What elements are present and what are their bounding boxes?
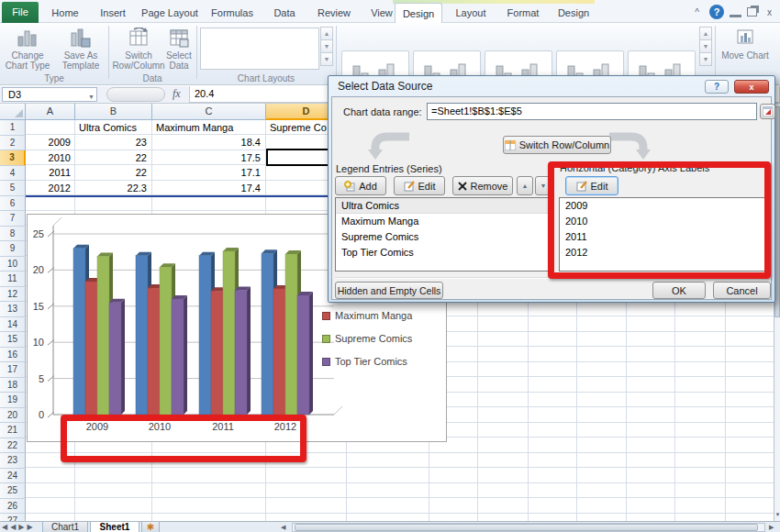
cell-C1[interactable]: Maximum Manga — [153, 121, 263, 136]
edit-series-button[interactable]: Edit — [394, 176, 445, 195]
hidden-empty-cells-button[interactable]: Hidden and Empty Cells — [335, 282, 443, 299]
legend-list-item[interactable]: Supreme Comics — [336, 229, 552, 245]
hscroll-right-icon[interactable]: ▶ — [769, 524, 774, 531]
row-header-16[interactable]: 16 — [0, 348, 26, 363]
selected-cell-d3[interactable] — [266, 149, 330, 166]
row-header-23[interactable]: 23 — [0, 453, 26, 469]
minimize-icon[interactable] — [730, 7, 741, 17]
cell-C4[interactable]: 17.1 — [153, 166, 263, 181]
move-series-up-button[interactable]: ▲ — [517, 176, 533, 195]
cell-A2[interactable]: 2009 — [27, 136, 73, 150]
ribbon-tab-layout[interactable]: Layout — [448, 3, 494, 23]
row-header-3[interactable]: 3 — [0, 150, 26, 166]
cell-D1[interactable]: Supreme Co — [267, 121, 327, 136]
row-header-9[interactable]: 9 — [0, 241, 26, 257]
legend-entries-listbox[interactable]: Ultra Comics Maximum Manga Supreme Comic… — [335, 197, 552, 272]
row-header-21[interactable]: 21 — [0, 423, 26, 438]
restore-icon[interactable] — [747, 7, 757, 17]
column-header-c[interactable]: C — [152, 104, 266, 120]
row-header-20[interactable]: 20 — [0, 408, 26, 424]
save-as-template-button[interactable]: Save As Template — [55, 25, 106, 78]
sheet-tab-sheet1[interactable]: Sheet1 — [90, 522, 139, 532]
cell-A3[interactable]: 2010 — [27, 151, 73, 166]
ribbon-tab-review[interactable]: Review — [310, 3, 358, 23]
ribbon-tab-file[interactable]: File — [2, 2, 39, 23]
nav-first-icon[interactable]: ◀ — [2, 523, 10, 531]
row-header-11[interactable]: 11 — [0, 272, 26, 287]
legend-list-item[interactable]: Ultra Comics — [336, 198, 552, 214]
row-header-18[interactable]: 18 — [0, 378, 26, 393]
column-header-b[interactable]: B — [75, 104, 152, 120]
ribbon-tab-formulas[interactable]: Formulas — [206, 3, 259, 23]
horizontal-scrollbar-thumb[interactable] — [295, 524, 758, 531]
row-header-6[interactable]: 6 — [0, 196, 26, 212]
cell-C2[interactable]: 18.4 — [153, 136, 263, 150]
ribbon-tab-design[interactable]: Design — [395, 3, 442, 23]
insert-worksheet-tab[interactable]: ✱ — [141, 522, 160, 532]
cell-C3[interactable]: 17.5 — [153, 151, 263, 166]
row-header-19[interactable]: 19 — [0, 393, 26, 408]
nav-last-icon[interactable]: ▶ — [27, 523, 35, 531]
ok-button[interactable]: OK — [652, 282, 706, 299]
column-header-a[interactable]: A — [26, 104, 75, 120]
chart-layouts-gallery[interactable] — [200, 28, 319, 70]
row-header-24[interactable]: 24 — [0, 469, 26, 484]
change-chart-type-button[interactable]: Change Chart Type — [2, 25, 53, 78]
sheet-tab-chart1[interactable]: Chart1 — [42, 522, 88, 532]
switch-row-column-button[interactable]: Switch Row/Column — [112, 25, 165, 78]
cell-C5[interactable]: 17.4 — [153, 182, 263, 196]
close-icon[interactable]: x — [763, 6, 776, 19]
ribbon-tab-page-layout[interactable]: Page Layout — [139, 3, 200, 23]
add-series-button[interactable]: Add — [335, 176, 386, 195]
legend-list-item[interactable]: Top Tier Comics — [336, 245, 552, 260]
cell-A4[interactable]: 2011 — [27, 166, 73, 181]
cell-B4[interactable]: 22 — [76, 166, 150, 181]
gallery-more-icon[interactable]: ▼ — [320, 52, 333, 66]
name-box-dropdown-icon[interactable]: ▼ — [88, 91, 95, 104]
sheet-nav-buttons[interactable]: ◀◀▶▶ — [2, 523, 36, 531]
vscroll-down-icon[interactable]: ▼ — [774, 510, 780, 520]
gallery-up-icon[interactable]: ▲ — [699, 27, 712, 40]
row-header-22[interactable]: 22 — [0, 438, 26, 454]
row-header-10[interactable]: 10 — [0, 257, 26, 272]
ribbon-tab-data[interactable]: Data — [264, 3, 305, 23]
name-box[interactable]: D3 ▼ — [2, 87, 97, 102]
cancel-button[interactable]: Cancel — [713, 282, 771, 299]
gallery-more-icon[interactable]: ▼ — [699, 52, 712, 66]
row-header-15[interactable]: 15 — [0, 332, 26, 348]
row-header-26[interactable]: 26 — [0, 499, 26, 515]
row-header-1[interactable]: 1 — [0, 120, 26, 136]
nav-prev-icon[interactable]: ◀ — [10, 523, 18, 531]
row-header-5[interactable]: 5 — [0, 181, 26, 196]
cell-B1[interactable]: Ultra Comics — [76, 121, 150, 136]
row-header-13[interactable]: 13 — [0, 302, 26, 317]
range-selector-button[interactable] — [760, 104, 775, 119]
switch-row-column-dialog-button[interactable]: Switch Row/Column — [503, 136, 611, 154]
chart-data-range-input[interactable]: =Sheet1!$B$1:$E$5 — [427, 103, 757, 120]
dialog-close-button[interactable]: x — [734, 80, 769, 94]
cell-B5[interactable]: 22.3 — [76, 182, 150, 196]
select-all-corner[interactable] — [0, 104, 26, 120]
move-chart-button[interactable]: Move Chart — [719, 25, 771, 78]
cell-B2[interactable]: 23 — [76, 136, 150, 150]
insert-function-icon[interactable]: fx — [173, 87, 181, 101]
cell-B3[interactable]: 22 — [76, 151, 150, 166]
legend-list-item[interactable]: Maximum Manga — [336, 214, 552, 229]
help-icon[interactable]: ? — [709, 5, 724, 19]
select-data-button[interactable]: Select Data — [162, 25, 196, 78]
gallery-up-icon[interactable]: ▲ — [320, 27, 333, 40]
hscroll-left-icon[interactable]: ◀ — [281, 524, 285, 531]
row-header-17[interactable]: 17 — [0, 362, 26, 378]
horizontal-scrollbar[interactable] — [292, 523, 765, 532]
row-header-2[interactable]: 2 — [0, 136, 26, 151]
row-header-12[interactable]: 12 — [0, 287, 26, 303]
row-header-8[interactable]: 8 — [0, 227, 26, 242]
row-header-4[interactable]: 4 — [0, 166, 26, 182]
row-header-25[interactable]: 25 — [0, 483, 26, 499]
dialog-help-button[interactable]: ? — [705, 80, 729, 94]
cell-A5[interactable]: 2012 — [27, 182, 73, 196]
ribbon-tab-home[interactable]: Home — [44, 3, 86, 23]
ribbon-tab-insert[interactable]: Insert — [92, 3, 134, 23]
ribbon-tab-design[interactable]: Design — [551, 3, 596, 23]
remove-series-button[interactable]: Remove — [452, 176, 513, 195]
